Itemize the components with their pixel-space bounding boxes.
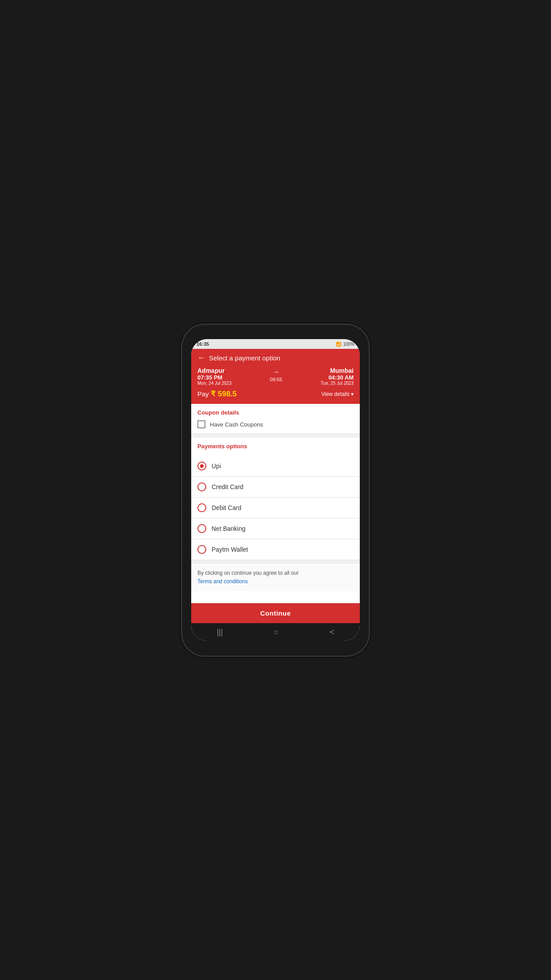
payments-section: Payments options [191,438,360,456]
coupon-checkbox-label: Have Cash Coupons [210,421,263,428]
debit-card-radio[interactable] [197,503,206,512]
phone-screen: 16:35 📶 100% ← Select a payment option A… [191,339,360,641]
net-banking-radio[interactable] [197,524,206,533]
home-nav-icon[interactable]: ○ [274,628,279,637]
upi-radio[interactable] [197,462,206,470]
net-banking-label: Net Banking [212,525,245,532]
origin-date: Mon, 24 Jul 2023 [197,381,232,386]
main-content: Coupon details Have Cash Coupons Payment… [191,404,360,603]
header-title-row: ← Select a payment option [197,353,354,363]
continue-button[interactable]: Continue [191,603,360,623]
route-arrow-icon: → [272,368,279,376]
bottom-nav: ||| ○ < [191,623,360,641]
back-nav-icon[interactable]: < [330,628,335,637]
dest-city: Mumbai [321,367,354,374]
menu-nav-icon[interactable]: ||| [216,628,223,637]
credit-card-label: Credit Card [212,483,244,490]
upi-label: Upi [212,462,221,470]
pay-amount: ₹ 598.5 [211,390,236,398]
coupon-checkbox-row[interactable]: Have Cash Coupons [197,420,354,428]
paytm-label: Paytm Wallet [212,546,248,553]
status-icons: 📶 100% [336,342,354,347]
terms-text: By clicking on continue you agree to all… [197,569,354,586]
origin-info: Admapur 07:35 PM Mon, 24 Jul 2023 [197,367,232,386]
payment-option-debit-card[interactable]: Debit Card [191,498,360,518]
route-middle: → 09:55 [270,367,283,382]
upi-radio-selected [200,464,204,468]
dest-time: 04:30 AM [321,374,354,381]
payment-option-upi[interactable]: Upi [191,456,360,476]
route-row: Admapur 07:35 PM Mon, 24 Jul 2023 → 09:5… [197,367,354,386]
origin-time: 07:35 PM [197,374,232,381]
gray-divider-1 [191,434,360,438]
coupon-title: Coupon details [197,409,354,416]
paytm-radio[interactable] [197,545,206,554]
gray-divider-2 [191,560,360,564]
payment-option-credit-card[interactable]: Credit Card [191,477,360,497]
back-button[interactable]: ← [197,353,205,363]
battery-label: 100% [343,342,354,347]
dest-date: Tue, 25 Jul 2023 [321,381,354,386]
route-duration: 09:55 [270,377,283,382]
view-details-button[interactable]: View details ▾ [321,391,354,397]
pay-row: Pay ₹ 598.5 View details ▾ [197,389,354,399]
debit-card-label: Debit Card [212,504,241,511]
coupon-checkbox[interactable] [197,420,205,428]
pay-info: Pay ₹ 598.5 [197,389,237,399]
pay-label: Pay [197,390,209,398]
payment-option-net-banking[interactable]: Net Banking [191,518,360,539]
phone-frame: 16:35 📶 100% ← Select a payment option A… [182,325,369,656]
terms-link[interactable]: Terms and conditions [197,578,248,585]
destination-info: Mumbai 04:30 AM Tue, 25 Jul 2023 [321,367,354,386]
status-time: 16:35 [197,341,209,347]
wifi-icon: 📶 [336,342,341,347]
status-bar: 16:35 📶 100% [191,339,360,349]
terms-section: By clicking on continue you agree to all… [191,564,360,591]
coupon-section: Coupon details Have Cash Coupons [191,404,360,434]
payment-header: ← Select a payment option Admapur 07:35 … [191,349,360,404]
origin-city: Admapur [197,367,232,374]
payment-option-paytm[interactable]: Paytm Wallet [191,539,360,560]
page-title: Select a payment option [209,354,280,362]
credit-card-radio[interactable] [197,482,206,491]
payments-title: Payments options [197,443,354,450]
